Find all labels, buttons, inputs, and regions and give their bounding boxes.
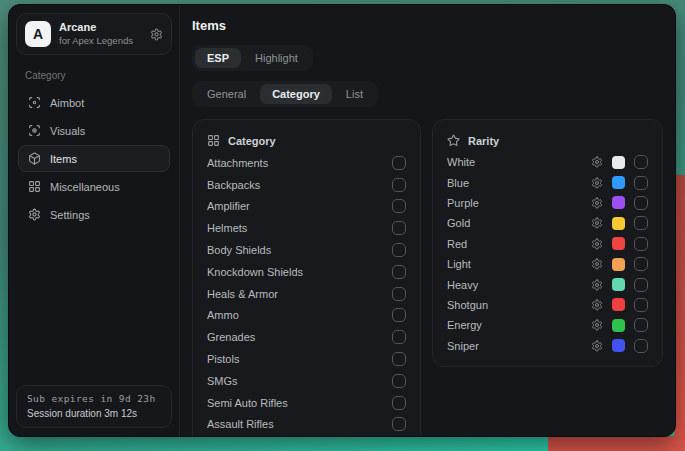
category-label: Ammo [207,309,239,321]
category-label: Knockdown Shields [207,266,303,278]
sidebar-nav: Aimbot Visuals Items Miscellaneous [16,88,172,229]
rarity-row: Energy [447,315,648,335]
rarity-row: Gold [447,213,648,233]
category-row: Backpacks [207,174,406,196]
gear-icon[interactable] [591,279,603,291]
view-tab[interactable]: List [334,84,375,104]
category-label: Backpacks [207,179,260,191]
category-label: Heals & Armor [207,288,278,300]
gear-icon[interactable] [591,319,603,331]
gear-icon[interactable] [591,299,603,311]
category-panel-header: Category [207,125,406,152]
category-checkbox[interactable] [392,374,406,388]
category-checkbox[interactable] [392,417,406,431]
gear-icon[interactable] [591,156,603,168]
category-checkbox[interactable] [392,396,406,410]
category-row: SMGs [207,370,406,392]
grid-icon [207,134,220,147]
category-row: Semi Auto Rifles [207,392,406,414]
gear-icon[interactable] [591,197,603,209]
session-duration: Session duration 3m 12s [27,408,161,419]
rarity-color-swatch[interactable] [612,156,625,169]
sidebar-item-label: Miscellaneous [50,181,120,193]
rarity-label: Light [447,258,471,270]
rarity-checkbox[interactable] [634,237,648,251]
rarity-color-swatch[interactable] [612,237,625,250]
category-row: Heals & Armor [207,283,406,305]
sidebar-item-label: Aimbot [50,97,84,109]
view-tab[interactable]: Category [260,84,332,104]
rarity-label: Red [447,238,467,250]
rarity-checkbox[interactable] [634,176,648,190]
panels-row: Category Attachments Backpacks [192,119,663,436]
rarity-label: Energy [447,319,482,331]
desktop: { "brand": { "initial": "A", "name": "Ar… [0,0,685,451]
rarity-row: Red [447,234,648,254]
rarity-checkbox[interactable] [634,298,648,312]
rarity-color-swatch[interactable] [612,278,625,291]
category-list: Attachments Backpacks Amplifier [207,152,406,436]
category-row: Amplifier [207,196,406,218]
rarity-color-swatch[interactable] [612,339,625,352]
category-label: Assault Rifles [207,418,274,430]
gear-icon[interactable] [591,217,603,229]
sidebar-item[interactable]: Visuals [18,117,170,144]
mode-tab[interactable]: Highlight [243,48,310,68]
category-checkbox[interactable] [392,287,406,301]
rarity-panel-title: Rarity [468,135,499,147]
category-checkbox[interactable] [392,265,406,279]
rarity-label: Sniper [447,340,479,352]
subscription-expiry: Sub expires in 9d 23h [27,393,161,404]
rarity-label: Blue [447,177,469,189]
sidebar-item[interactable]: Miscellaneous [18,173,170,200]
sidebar-item[interactable]: Settings [18,201,170,228]
rarity-checkbox[interactable] [634,318,648,332]
view-tab[interactable]: General [195,84,258,104]
rarity-color-swatch[interactable] [612,176,625,189]
sidebar-item[interactable]: Aimbot [18,89,170,116]
rarity-checkbox[interactable] [634,278,648,292]
mode-tab[interactable]: ESP [195,48,241,68]
rarity-color-swatch[interactable] [612,217,625,230]
category-checkbox[interactable] [392,308,406,322]
rarity-color-swatch[interactable] [612,196,625,209]
main-content: Items ESP Highlight General Category Lis… [180,5,675,436]
category-checkbox[interactable] [392,352,406,366]
crosshair-icon [28,96,41,109]
settings-gear-icon[interactable] [150,28,163,41]
rarity-checkbox[interactable] [634,155,648,169]
category-row: Body Shields [207,239,406,261]
package-icon [28,152,41,165]
category-checkbox[interactable] [392,178,406,192]
rarity-color-swatch[interactable] [612,298,625,311]
rarity-label: White [447,156,475,168]
gear-icon[interactable] [591,258,603,270]
rarity-checkbox[interactable] [634,196,648,210]
gear-icon[interactable] [591,340,603,352]
gear-icon [28,208,41,221]
category-label: Amplifier [207,200,250,212]
category-label: Pistols [207,353,239,365]
brand-card: A Arcane for Apex Legends [16,13,172,55]
sidebar-item[interactable]: Items [18,145,170,172]
category-label: SMGs [207,375,238,387]
category-checkbox[interactable] [392,330,406,344]
category-checkbox[interactable] [392,221,406,235]
rarity-checkbox[interactable] [634,216,648,230]
rarity-row: Purple [447,193,648,213]
rarity-checkbox[interactable] [634,339,648,353]
category-label: Semi Auto Rifles [207,397,288,409]
sidebar: A Arcane for Apex Legends Category Aimbo… [9,5,180,436]
gear-icon[interactable] [591,238,603,250]
rarity-color-swatch[interactable] [612,258,625,271]
rarity-checkbox[interactable] [634,257,648,271]
sidebar-item-label: Settings [50,209,90,221]
rarity-label: Gold [447,217,470,229]
gear-icon[interactable] [591,177,603,189]
category-checkbox[interactable] [392,243,406,257]
category-checkbox[interactable] [392,199,406,213]
category-checkbox[interactable] [392,156,406,170]
brand-subtitle: for Apex Legends [59,35,133,47]
category-row: Ammo [207,305,406,327]
rarity-color-swatch[interactable] [612,319,625,332]
